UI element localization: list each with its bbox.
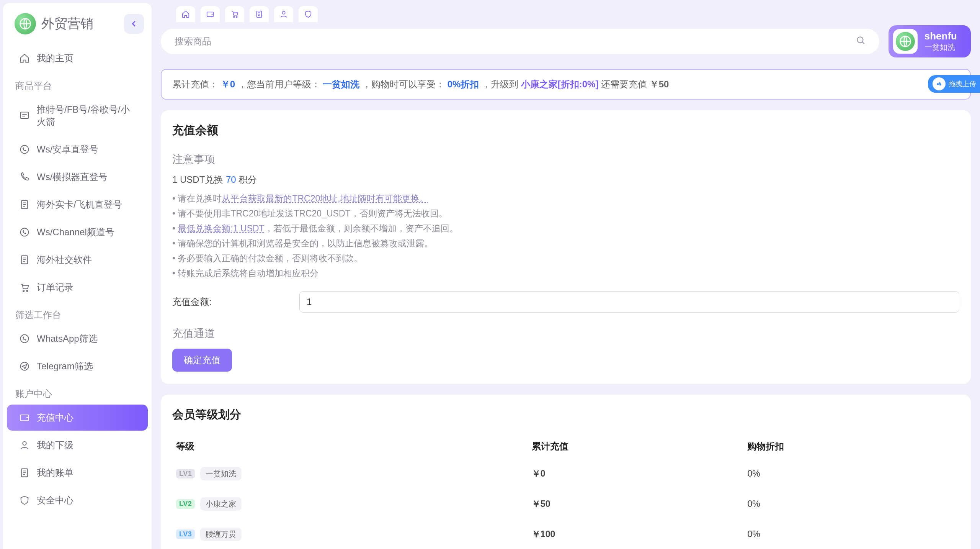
current-level: 一贫如洗 — [323, 79, 359, 89]
chevron-left-icon — [130, 20, 138, 28]
brand: 外贸营销 — [15, 13, 93, 34]
level-name: 小康之家 — [200, 497, 242, 511]
table-row: LV3腰缠万贯￥1000% — [172, 519, 959, 549]
send-icon — [19, 361, 30, 372]
levels-card: 会员等级划分 等级 累计充值 购物折扣 LV1一贫如洗￥00%LV2小康之家￥5… — [161, 395, 971, 549]
doc-icon — [19, 467, 30, 478]
brand-logo-icon — [15, 13, 36, 34]
search-box — [161, 29, 879, 54]
sidebar-item-orders[interactable]: 订单记录 — [7, 274, 148, 300]
note-item: 请不要使用非TRC20地址发送TRC20_USDT，否则资产将无法收回。 — [172, 206, 959, 221]
table-row: LV2小康之家￥500% — [172, 489, 959, 519]
shield-icon — [304, 10, 312, 18]
sidebar-section-label: 商品平台 — [3, 73, 152, 95]
wallet-icon — [206, 10, 214, 18]
amount-input[interactable] — [299, 291, 959, 313]
doc-icon — [19, 254, 30, 265]
sidebar-item-twitter[interactable]: 推特号/FB号/谷歌号/小火箭 — [7, 97, 148, 135]
tab-shield[interactable] — [299, 6, 318, 22]
level-badge: LV3 — [176, 529, 195, 539]
user-name: shenfu — [924, 30, 957, 42]
tab-home[interactable] — [176, 6, 195, 22]
avatar — [893, 29, 918, 54]
sidebar-item-label: 我的账单 — [37, 467, 74, 479]
sidebar-item-label: 充值中心 — [37, 411, 74, 424]
channel-title: 充值通道 — [172, 326, 959, 341]
sidebar-item-label: Telegram筛选 — [37, 360, 93, 372]
notes-title: 注意事项 — [172, 152, 959, 167]
level-total: ￥50 — [528, 489, 744, 519]
cart-icon — [19, 282, 30, 293]
notes-list: 请在兑换时从平台获取最新的TRC20地址,地址随时有可能更换。请不要使用非TRC… — [172, 191, 959, 281]
tab-wallet[interactable] — [201, 6, 220, 22]
level-total: ￥100 — [528, 519, 744, 549]
cloud-icon — [933, 77, 946, 90]
user-chip[interactable]: shenfu 一贫如洗 — [889, 25, 971, 57]
note-item: 请确保您的计算机和浏览器是安全的，以防止信息被篡改或泄露。 — [172, 236, 959, 251]
sidebar-item-security[interactable]: 安全中心 — [7, 487, 148, 513]
sidebar-section-label: 筛选工作台 — [3, 302, 152, 324]
search-button[interactable] — [856, 35, 866, 48]
tab-user[interactable] — [274, 6, 293, 22]
sidebar-item-downline[interactable]: 我的下级 — [7, 432, 148, 458]
sidebar-item-bills[interactable]: 我的账单 — [7, 460, 148, 486]
home-icon — [181, 10, 190, 18]
recharge-title: 充值余额 — [172, 123, 959, 138]
next-level: 小康之家[折扣:0%] — [521, 79, 599, 89]
sidebar-item-wa-filter[interactable]: WhatsApp筛选 — [7, 326, 148, 352]
search-icon — [856, 35, 866, 45]
sidebar-item-home[interactable]: 我的主页 — [7, 45, 148, 71]
main-content: shenfu 一贫如洗 累计充值： ￥0 ，您当前用户等级： 一贫如洗 ，购物时… — [152, 0, 980, 549]
sidebar-item-label: 安全中心 — [37, 494, 74, 506]
col-discount: 购物折扣 — [743, 434, 959, 459]
sidebar-item-label: 海外社交软件 — [37, 254, 92, 266]
sidebar-item-ws-sim[interactable]: Ws/模拟器直登号 — [7, 164, 148, 190]
sidebar-item-ws-android[interactable]: Ws/安卓直登号 — [7, 136, 148, 162]
upload-pill[interactable]: 拖拽上传 — [928, 75, 980, 93]
col-total: 累计充值 — [528, 434, 744, 459]
level-discount: 0% — [743, 519, 959, 549]
sidebar-item-ws-channel[interactable]: Ws/Channel频道号 — [7, 219, 148, 245]
confirm-recharge-button[interactable]: 确定充值 — [172, 349, 232, 372]
chat-icon — [19, 110, 30, 121]
sidebar-item-label: WhatsApp筛选 — [37, 333, 98, 345]
sidebar-item-label: 订单记录 — [37, 281, 74, 293]
search-input[interactable] — [175, 36, 856, 47]
level-name: 一贫如洗 — [200, 467, 242, 480]
level-discount: 0% — [743, 459, 959, 489]
recharge-card: 充值余额 注意事项 1 USDT兑换 70 积分 请在兑换时从平台获取最新的TR… — [161, 110, 971, 384]
sidebar-item-label: Ws/Channel频道号 — [37, 226, 114, 238]
tab-doc[interactable] — [250, 6, 269, 22]
user-level: 一贫如洗 — [924, 42, 957, 52]
level-total: ￥0 — [528, 459, 744, 489]
exchange-rate: 1 USDT兑换 70 积分 — [172, 174, 959, 186]
whatsapp-icon — [19, 227, 30, 238]
levels-title: 会员等级划分 — [172, 407, 959, 423]
whatsapp-icon — [19, 333, 30, 344]
need-amount: ￥50 — [650, 79, 669, 89]
amount-label: 充值金额: — [172, 296, 291, 308]
level-name: 腰缠万贯 — [200, 528, 242, 541]
recharge-info-bar: 累计充值： ￥0 ，您当前用户等级： 一贫如洗 ，购物时可以享受： 0%折扣 ，… — [161, 69, 971, 100]
sidebar-item-recharge[interactable]: 充值中心 — [7, 405, 148, 431]
doc-icon — [255, 10, 263, 18]
note-item: 请在兑换时从平台获取最新的TRC20地址,地址随时有可能更换。 — [172, 191, 959, 206]
sidebar-item-overseas-social[interactable]: 海外社交软件 — [7, 247, 148, 273]
sidebar-item-tg-filter[interactable]: Telegram筛选 — [7, 353, 148, 379]
user-icon — [279, 10, 288, 18]
sidebar-item-label: 我的下级 — [37, 439, 74, 451]
sidebar: 外贸营销 我的主页商品平台推特号/FB号/谷歌号/小火箭Ws/安卓直登号Ws/模… — [3, 3, 152, 549]
sidebar-item-label: 我的主页 — [37, 52, 74, 64]
level-badge: LV1 — [176, 469, 195, 479]
sidebar-item-label: Ws/模拟器直登号 — [37, 171, 108, 183]
sidebar-item-overseas-sim[interactable]: 海外实卡/飞机直登号 — [7, 192, 148, 218]
sidebar-collapse-button[interactable] — [124, 14, 144, 34]
whatsapp-icon — [19, 144, 30, 155]
brand-title: 外贸营销 — [41, 15, 93, 33]
sidebar-section-label: 账户中心 — [3, 381, 152, 403]
note-item: 务必要输入正确的付款金额，否则将收不到款。 — [172, 251, 959, 266]
tab-cart[interactable] — [225, 6, 244, 22]
col-level: 等级 — [172, 434, 528, 459]
home-icon — [19, 53, 30, 64]
cumulative-amount: ￥0 — [221, 79, 235, 89]
